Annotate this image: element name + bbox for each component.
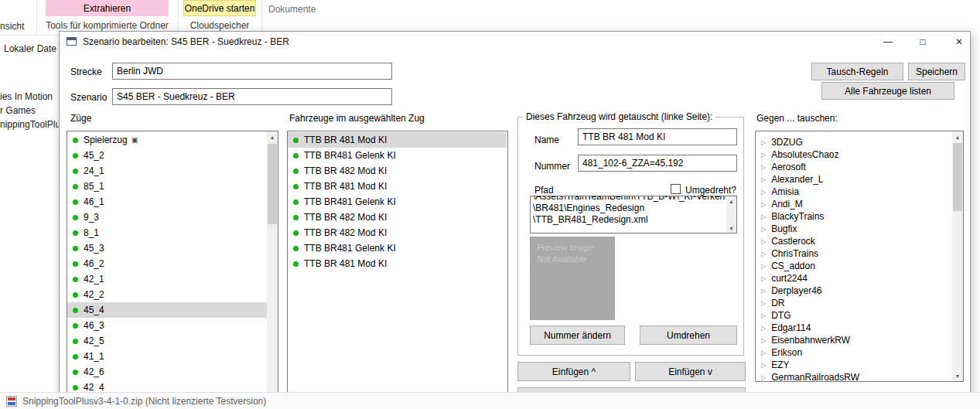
expand-icon[interactable]: ▷ <box>761 374 766 381</box>
provider-tree-item[interactable]: ▷ BlackyTrains <box>756 210 952 223</box>
umdrehen-button[interactable]: Umdrehen <box>640 325 737 345</box>
scroll-up-icon[interactable]: ▲ <box>952 131 963 142</box>
pfad-scrollbar[interactable]: ▲ ▼ <box>726 196 736 233</box>
provider-tree-item[interactable]: ▷ Bugfix <box>756 223 952 235</box>
zug-list-item[interactable]: 42_5 <box>67 333 267 349</box>
fahrzeug-list-item[interactable]: TTB BR 482 Mod KI <box>288 210 507 225</box>
fahrzeug-list-item[interactable]: TTB BR481 Gelenk KI <box>288 194 507 210</box>
explorer-tree-item[interactable]: r Games <box>0 104 60 118</box>
expand-icon[interactable]: ▷ <box>761 312 766 319</box>
onedrive-start-button[interactable]: OneDrive starten <box>183 0 256 16</box>
provider-tree-item[interactable]: ▷ DR <box>756 297 952 309</box>
zug-list-item[interactable]: 85_1 <box>67 179 267 194</box>
einfuegen-down-button[interactable]: Einfügen v <box>635 362 746 381</box>
scrollbar-thumb[interactable] <box>268 144 277 224</box>
provider-tree-item[interactable]: ▷ CS_addon <box>756 260 952 272</box>
provider-tree-item[interactable]: ▷ AbsolutesChaoz <box>756 148 952 161</box>
alle-fahrzeuge-listen-button[interactable]: Alle Fahrzeuge listen <box>821 82 954 100</box>
fahrzeug-list-item[interactable]: TTB BR 481 Mod KI <box>288 132 507 148</box>
fahrzeug-list-item[interactable]: TTB BR 482 Mod KI <box>288 163 507 179</box>
zug-list-item[interactable]: 42_6 <box>67 364 267 380</box>
close-button[interactable]: ✕ <box>948 32 971 51</box>
expand-icon[interactable]: ▷ <box>761 275 766 282</box>
zug-list-item[interactable]: 9_3 <box>67 210 267 225</box>
nummer-aendern-button[interactable]: Nummer ändern <box>530 325 625 345</box>
scroll-up-icon[interactable]: ▲ <box>267 131 278 142</box>
scroll-up-icon[interactable]: ▲ <box>726 196 736 206</box>
fahrzeug-list-item[interactable]: TTB BR 481 Mod KI <box>288 179 507 194</box>
provider-tree-item[interactable]: ▷ ChrisTrains <box>756 247 952 260</box>
zug-list-item[interactable]: 42_2 <box>67 287 267 302</box>
zug-list-item[interactable]: 41_1 <box>67 349 267 364</box>
expand-icon[interactable]: ▷ <box>761 152 766 158</box>
pfad-textarea[interactable]: \Assets\TrainTeamBerlin\TTB_B-W\_KI-Verk… <box>530 196 737 233</box>
speichern-button[interactable]: Speichern <box>908 63 965 80</box>
fahrzeug-list-item[interactable]: TTB BR 481 Mod KI <box>288 256 507 271</box>
explorer-tree-item[interactable]: ies In Motion <box>0 90 60 104</box>
fahrzeug-list-item[interactable]: TTB BR 482 Mod KI <box>288 225 507 240</box>
einfuegen-up-button[interactable]: Einfügen ^ <box>517 362 630 381</box>
fahrzeug-list-item[interactable]: TTB BR481 Gelenk KI <box>288 240 507 256</box>
zug-list-item[interactable]: 46_3 <box>67 318 267 333</box>
maximize-button[interactable]: □ <box>911 32 934 51</box>
provider-tree-item[interactable]: ▷ Aerosoft <box>756 161 952 173</box>
zug-list-item[interactable]: 45_2 <box>67 148 267 163</box>
minimize-button[interactable]: — <box>876 32 900 51</box>
expand-icon[interactable]: ▷ <box>761 189 766 196</box>
expand-icon[interactable]: ▷ <box>761 213 766 220</box>
szenario-input[interactable] <box>112 88 392 105</box>
expand-icon[interactable]: ▷ <box>761 337 766 344</box>
zuege-scrollbar[interactable]: ▲ <box>267 131 278 409</box>
zug-list-item[interactable]: 8_1 <box>67 225 267 240</box>
provider-tree-item[interactable]: ▷ Erikson <box>756 346 952 359</box>
expand-icon[interactable]: ▷ <box>761 201 766 208</box>
zug-list-item[interactable]: 45_3 <box>67 240 267 256</box>
expand-icon[interactable]: ▷ <box>761 226 766 233</box>
expand-icon[interactable]: ▷ <box>761 164 766 171</box>
zug-list-item[interactable]: 46_1 <box>67 194 267 210</box>
tausch-regeln-button[interactable]: Tausch-Regeln <box>811 63 903 80</box>
provider-tree-item[interactable]: ▷ Amisia <box>756 186 952 198</box>
zug-list-item[interactable]: 46_2 <box>67 256 267 271</box>
umgedreht-checkbox[interactable] <box>671 184 681 194</box>
gegen-scrollbar[interactable]: ▲ ▼ <box>952 131 963 381</box>
provider-tree-item[interactable]: ▷ 3DZUG <box>756 136 952 148</box>
zug-list-item[interactable]: Spielerzug ▣ <box>67 132 267 148</box>
provider-tree-item[interactable]: ▷ GermanRailroadsRW <box>756 371 952 382</box>
expand-icon[interactable]: ▷ <box>761 139 766 146</box>
fahrzeug-list-item[interactable]: TTB BR481 Gelenk KI <box>288 148 507 163</box>
provider-tree-item[interactable]: ▷ Castlerock <box>756 235 952 247</box>
provider-tree-item[interactable]: ▷ Andi_M <box>756 198 952 210</box>
zug-list-item[interactable]: 24_1 <box>67 163 267 179</box>
ribbon-tab-compressed-tools[interactable]: Tools für komprimierte Ordner <box>46 20 169 31</box>
provider-tree-item[interactable]: ▷ EisenbahnwerkRW <box>756 334 952 346</box>
nummer-input[interactable] <box>578 155 737 172</box>
view-tab-partial[interactable]: nsicht <box>0 21 24 32</box>
provider-tree-item[interactable]: ▷ Edgar114 <box>756 322 952 334</box>
expand-icon[interactable]: ▷ <box>761 349 766 356</box>
expand-icon[interactable]: ▷ <box>761 325 766 332</box>
ribbon-tab-cloudstorage[interactable]: Cloudspeicher <box>183 20 256 31</box>
expand-icon[interactable]: ▷ <box>761 362 766 369</box>
provider-tree-item[interactable]: ▷ Derplayer46 <box>756 285 952 297</box>
scroll-down-icon[interactable]: ▼ <box>726 223 736 233</box>
expand-icon[interactable]: ▷ <box>761 300 766 307</box>
zug-list-item[interactable]: 45_4 <box>67 302 267 318</box>
strecke-input[interactable] <box>112 63 392 80</box>
scrollbar-thumb[interactable] <box>953 143 962 211</box>
provider-tree-item[interactable]: ▷ DTG <box>756 309 952 322</box>
expand-icon[interactable]: ▷ <box>761 263 766 270</box>
expand-icon[interactable]: ▷ <box>761 251 766 257</box>
expand-icon[interactable]: ▷ <box>761 176 766 183</box>
provider-tree-item[interactable]: ▷ Alexander_L <box>756 173 952 186</box>
provider-tree-item[interactable]: ▷ EZY <box>756 359 952 371</box>
extract-ribbon-button[interactable]: Extrahieren <box>46 0 169 16</box>
expand-icon[interactable]: ▷ <box>761 288 766 295</box>
dialog-titlebar[interactable]: Szenario bearbeiten: S45 BER - Suedkreuz… <box>60 32 970 52</box>
explorer-tree-item[interactable]: nippingToolPlus <box>0 118 60 131</box>
scroll-down-icon[interactable]: ▼ <box>952 370 963 381</box>
provider-tree-item[interactable]: ▷ curt2244 <box>756 272 952 285</box>
expand-icon[interactable]: ▷ <box>761 238 766 245</box>
name-input[interactable] <box>578 128 737 145</box>
zug-list-item[interactable]: 42_1 <box>67 271 267 287</box>
